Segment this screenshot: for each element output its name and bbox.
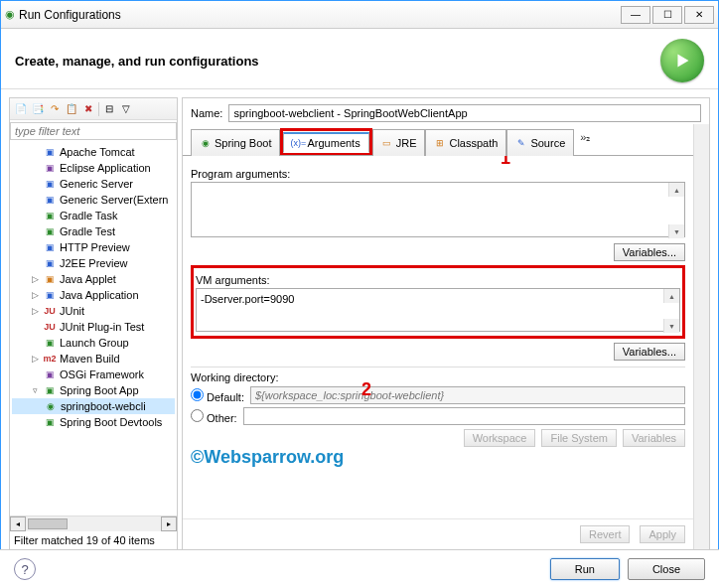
- tree-item-label: Java Applet: [60, 273, 116, 285]
- new-config-icon[interactable]: 📄: [14, 102, 28, 116]
- vertical-scrollbar[interactable]: [693, 124, 709, 549]
- footer: ? Run Close: [0, 549, 719, 588]
- name-input[interactable]: [228, 104, 701, 122]
- tree-item[interactable]: ▷m2Maven Build: [12, 351, 175, 367]
- tab-label: JRE: [396, 137, 417, 149]
- tree-item[interactable]: ▣Generic Server: [12, 176, 175, 192]
- spring-icon: ▣: [43, 415, 57, 429]
- tab-source[interactable]: ✎Source: [506, 129, 574, 156]
- horizontal-scrollbar[interactable]: ◂▸: [10, 515, 177, 531]
- revert-button[interactable]: Revert: [580, 525, 630, 543]
- java-icon: ▣: [43, 272, 57, 286]
- http-icon: ▣: [43, 240, 57, 254]
- tree-item[interactable]: ▣OSGi Framework: [12, 367, 175, 382]
- window-buttons: — ☐ ✕: [621, 6, 714, 24]
- cp-icon: ⊞: [434, 137, 446, 149]
- tree-item[interactable]: ▷▣Java Applet: [12, 271, 175, 287]
- vm-variables-button[interactable]: Variables...: [614, 343, 685, 361]
- textarea-spinner[interactable]: ▲▼: [663, 289, 679, 333]
- file-system-button[interactable]: File System: [541, 429, 616, 447]
- window-title: Run Configurations: [15, 8, 621, 22]
- tree-item[interactable]: JUJUnit Plug-in Test: [12, 319, 175, 335]
- config-tree[interactable]: ▣Apache Tomcat▣Eclipse Application▣Gener…: [10, 142, 177, 515]
- maximize-button[interactable]: ☐: [652, 6, 682, 24]
- junit-icon: JU: [43, 304, 57, 318]
- revert-apply-row: Revert Apply: [183, 518, 709, 549]
- tree-item-label: JUnit: [60, 305, 84, 317]
- tree-item-label: Generic Server(Extern: [60, 194, 168, 206]
- tab-spring-boot[interactable]: ◉Spring Boot: [191, 129, 280, 156]
- tree-item-label: Spring Boot Devtools: [60, 416, 162, 428]
- tab-jre[interactable]: ▭JRE: [372, 129, 426, 156]
- delete-icon[interactable]: ✖: [81, 102, 95, 116]
- filter-input[interactable]: [10, 122, 177, 140]
- name-row: Name:: [183, 98, 709, 128]
- tabs: ◉Spring Boot(x)=Arguments▭JRE⊞Classpath✎…: [183, 128, 709, 156]
- tab-classpath[interactable]: ⊞Classpath: [425, 129, 506, 156]
- callout-2: 2: [361, 379, 371, 400]
- close-button[interactable]: Close: [628, 558, 705, 580]
- tree-item-label: OSGi Framework: [60, 368, 144, 380]
- workspace-button[interactable]: Workspace: [464, 429, 536, 447]
- server-icon: ▣: [43, 193, 57, 207]
- tree-item-label: Apache Tomcat: [60, 146, 135, 158]
- program-variables-button[interactable]: Variables...: [614, 243, 685, 261]
- filter-status: Filter matched 19 of 40 items: [10, 531, 177, 549]
- jre-icon: ▭: [381, 137, 393, 149]
- vm-args-label: VM arguments:: [196, 274, 680, 286]
- tree-item-label: Maven Build: [60, 353, 120, 365]
- callout-1: 1: [501, 156, 510, 169]
- tree-item[interactable]: ▿▣Spring Boot App: [12, 382, 175, 398]
- gradle-icon: ▣: [43, 224, 57, 238]
- variables-button[interactable]: Variables: [623, 429, 685, 447]
- tree-item[interactable]: ◉springboot-webcli: [12, 398, 175, 414]
- filter-icon[interactable]: ▽: [119, 102, 133, 116]
- tree-item[interactable]: ▷JUJUnit: [12, 303, 175, 319]
- watermark: ©Websparrow.org: [191, 447, 685, 468]
- apply-button[interactable]: Apply: [640, 525, 685, 543]
- page-heading: Create, manage, and run configurations: [15, 54, 660, 69]
- tree-item[interactable]: ▷▣Java Application: [12, 287, 175, 303]
- vm-args-textarea[interactable]: -Dserver.port=9090: [196, 288, 680, 332]
- vm-args-highlight: VM arguments: -Dserver.port=9090 ▲▼: [191, 265, 685, 339]
- run-button[interactable]: Run: [550, 558, 620, 580]
- tree-item[interactable]: ▣J2EE Preview: [12, 255, 175, 271]
- tab-label: Source: [530, 137, 565, 149]
- eclipse-icon: ▣: [43, 161, 57, 175]
- wd-default-value: [250, 386, 685, 404]
- tree-item[interactable]: ▣Apache Tomcat: [12, 144, 175, 160]
- wd-default-radio[interactable]: Default:: [191, 388, 244, 403]
- wd-other-value[interactable]: [243, 407, 685, 425]
- group-icon: ▣: [43, 336, 57, 350]
- tree-item-label: Generic Server: [60, 178, 133, 190]
- tabs-more[interactable]: »₂: [574, 128, 596, 155]
- help-button[interactable]: ?: [14, 558, 36, 580]
- minimize-button[interactable]: —: [621, 6, 650, 24]
- tab-label: Spring Boot: [215, 137, 271, 149]
- program-args-textarea[interactable]: [191, 182, 685, 237]
- gradle-icon: ▣: [43, 209, 57, 222]
- tree-item-label: Eclipse Application: [60, 162, 151, 174]
- tree-item[interactable]: ▣HTTP Preview: [12, 239, 175, 255]
- left-panel: 📄 📑 ↷ 📋 ✖ ⊟ ▽ ▣Apache Tomcat▣Eclipse App…: [9, 97, 178, 550]
- tree-item[interactable]: ▣Spring Boot Devtools: [12, 414, 175, 430]
- duplicate-icon[interactable]: 📑: [31, 102, 45, 116]
- tree-item-label: springboot-webcli: [61, 400, 146, 412]
- tree-item[interactable]: ▣Gradle Test: [12, 223, 175, 239]
- tree-item[interactable]: ▣Eclipse Application: [12, 160, 175, 176]
- tree-item[interactable]: ▣Generic Server(Extern: [12, 192, 175, 208]
- maven-icon: m2: [43, 352, 57, 366]
- copy-icon[interactable]: 📋: [65, 102, 78, 116]
- tree-item[interactable]: ▣Launch Group: [12, 335, 175, 351]
- osgi-icon: ▣: [43, 368, 57, 381]
- wd-other-radio[interactable]: Other:: [191, 409, 237, 424]
- export-icon[interactable]: ↷: [48, 102, 62, 116]
- close-window-button[interactable]: ✕: [684, 6, 714, 24]
- tree-item-label: J2EE Preview: [60, 257, 127, 269]
- tab-label: Arguments: [307, 137, 360, 149]
- collapse-icon[interactable]: ⊟: [102, 102, 116, 116]
- tab-arguments[interactable]: (x)=Arguments: [283, 132, 368, 153]
- working-dir-label: Working directory:: [191, 371, 685, 383]
- textarea-spinner[interactable]: ▲▼: [668, 183, 684, 238]
- tree-item[interactable]: ▣Gradle Task: [12, 208, 175, 223]
